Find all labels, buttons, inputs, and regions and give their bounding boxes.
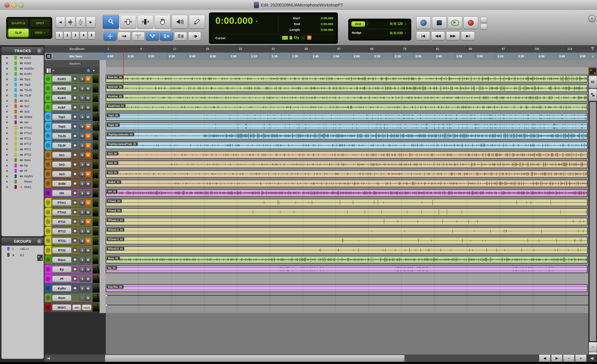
- mute-button[interactable]: M: [85, 162, 91, 167]
- track-color-tab[interactable]: ▼: [45, 303, 51, 312]
- record-enable-button[interactable]: [72, 181, 78, 186]
- track-options-chevron[interactable]: ▼: [46, 181, 50, 186]
- mute-button[interactable]: M: [85, 228, 91, 234]
- mute-button[interactable]: M: [85, 190, 91, 196]
- track-options-chevron[interactable]: ▼: [46, 277, 50, 281]
- main-counter-value[interactable]: 0:00.000▼: [215, 15, 259, 26]
- track-color-tab[interactable]: ▼: [45, 169, 51, 178]
- solo-button[interactable]: S: [79, 257, 85, 263]
- track-show-dot[interactable]: [6, 143, 8, 145]
- track-name-button[interactable]: RT21: [52, 238, 71, 244]
- track-options-chevron[interactable]: ▼: [46, 239, 50, 243]
- track-options-chevron[interactable]: ▼: [46, 77, 50, 81]
- track-height-decrease-button[interactable]: −: [589, 342, 597, 352]
- audio-clip[interactable]: Key Rev_01: [106, 284, 588, 292]
- sidebar-item-rt12[interactable]: RT12: [1, 141, 44, 147]
- track-name-button[interactable]: HH: [52, 190, 71, 196]
- track-lane-mstr1[interactable]: [106, 303, 588, 312]
- solo-button[interactable]: S: [79, 190, 85, 196]
- ruler-corner-minsec[interactable]: [588, 53, 597, 60]
- track-color-tab[interactable]: ▼: [45, 189, 51, 197]
- record-enable-button[interactable]: [72, 238, 78, 243]
- record-enable-button[interactable]: [72, 85, 78, 91]
- track-color-tab[interactable]: ▼: [45, 112, 51, 121]
- audio-clip[interactable]: Sn1_01: [106, 151, 588, 159]
- audio-clip[interactable]: Kick In2_01: [106, 84, 588, 92]
- audio-clip[interactable]: Top2_01: [106, 122, 588, 130]
- shuffle-mode-button[interactable]: SHUFFLE: [8, 19, 29, 28]
- go-to-end-button[interactable]: ▶|: [461, 31, 475, 40]
- zoomer-tool-button[interactable]: [103, 15, 119, 29]
- bars-beats-ruler-label[interactable]: Bars|Beats: [45, 45, 106, 53]
- track-lane-ftm2[interactable]: FTom2_01: [106, 207, 588, 217]
- track-name-button[interactable]: Top2: [52, 123, 71, 129]
- track-options-chevron[interactable]: ▼: [46, 124, 50, 129]
- solo-button[interactable]: S: [79, 95, 85, 101]
- spot-mode-button[interactable]: SPOT: [30, 19, 51, 28]
- track-show-dot[interactable]: [6, 127, 8, 129]
- track-show-dot[interactable]: [6, 148, 8, 150]
- zoom-in-button[interactable]: ▶: [86, 16, 95, 28]
- mute-button[interactable]: M: [85, 238, 91, 244]
- solo-button[interactable]: S: [79, 181, 85, 187]
- solo-button[interactable]: S: [79, 105, 85, 110]
- sidebar-item-kcko[interactable]: KickOu: [1, 66, 44, 71]
- track-show-dot[interactable]: [6, 138, 8, 140]
- mute-button[interactable]: M: [85, 266, 91, 272]
- trim-tool-button[interactable]: [120, 15, 136, 29]
- track-show-dot[interactable]: [6, 95, 8, 97]
- grabber-tool-button[interactable]: [154, 15, 171, 29]
- audio-clip[interactable]: FTom2_01: [106, 208, 588, 216]
- track-color-tab[interactable]: ▼: [45, 236, 51, 245]
- audio-clip[interactable]: RTom1-1_01: [106, 218, 588, 225]
- track-lane-snbt[interactable]: SnBot_01: [106, 179, 588, 189]
- global-solo-indicator[interactable]: S: [301, 35, 305, 40]
- bars-beats-ruler[interactable]: 191725334149576573818997105113121: [106, 45, 588, 53]
- mute-button[interactable]: M: [85, 276, 91, 282]
- sidebar-item-ep[interactable]: Ep: [1, 163, 44, 168]
- az-sort-icon[interactable]: az: [37, 255, 43, 261]
- track-lane-ep[interactable]: Ep_01: [106, 265, 588, 274]
- sidebar-item-kckl1[interactable]: Kckl1: [1, 55, 44, 61]
- scroll-to-start-strip[interactable]: |◀: [45, 355, 105, 362]
- track-lane-hh[interactable]: HH_01: [106, 189, 588, 198]
- solo-button[interactable]: S: [79, 171, 85, 177]
- record-enable-button[interactable]: [72, 76, 78, 81]
- track-show-dot[interactable]: [6, 165, 8, 167]
- track-show-dot[interactable]: [6, 89, 8, 91]
- track-show-dot[interactable]: [6, 175, 8, 177]
- record-enable-button[interactable]: [72, 162, 78, 167]
- track-options-chevron[interactable]: ▼: [46, 191, 50, 195]
- sidebar-item-tgjf[interactable]: TGJF: [1, 93, 44, 98]
- track-name-button[interactable]: Kckl2: [52, 85, 71, 91]
- track-lane-kyrv[interactable]: Key Rev_01: [106, 284, 588, 293]
- sidebar-item-sn2[interactable]: Sn2: [1, 104, 44, 109]
- online-button[interactable]: [416, 16, 431, 29]
- clock-selector-icon[interactable]: [86, 68, 96, 73]
- track-show-dot[interactable]: [6, 111, 8, 113]
- mute-button[interactable]: M: [85, 105, 91, 110]
- solo-button[interactable]: S: [79, 124, 85, 129]
- track-color-tab[interactable]: ▼: [45, 93, 51, 102]
- chevron-down-icon[interactable]: ▼: [255, 20, 259, 23]
- mute-button[interactable]: M: [85, 143, 91, 148]
- automation-read-button[interactable]: read: [82, 304, 91, 310]
- mute-button[interactable]: M: [85, 219, 91, 225]
- track-lane-top1[interactable]: Top1_01: [106, 112, 588, 122]
- mute-button[interactable]: M: [85, 247, 91, 253]
- track-lane-rt22[interactable]: RTom2-2_01: [106, 246, 588, 255]
- audio-clip[interactable]: Sn2_01: [106, 161, 588, 168]
- mute-button[interactable]: M: [85, 114, 91, 120]
- track-options-chevron[interactable]: ▼: [46, 172, 50, 176]
- scroll-to-edit-button[interactable]: ◀|: [587, 355, 597, 362]
- zoom-window-button[interactable]: [19, 3, 24, 8]
- track-name-button[interactable]: FTm1: [52, 200, 71, 206]
- sidebar-item-pf[interactable]: Pf: [1, 168, 44, 174]
- track-color-tab[interactable]: ▼: [45, 84, 51, 93]
- track-name-button[interactable]: Mstr1: [52, 304, 71, 310]
- track-name-button[interactable]: Sn1: [52, 152, 71, 158]
- sidebar-item-top1[interactable]: Top1: [1, 77, 44, 82]
- ruler-corner-bars[interactable]: [588, 45, 597, 53]
- group-item-![interactable]: !<ALL>: [1, 246, 44, 252]
- length-value[interactable]: 0:00.000: [302, 28, 333, 31]
